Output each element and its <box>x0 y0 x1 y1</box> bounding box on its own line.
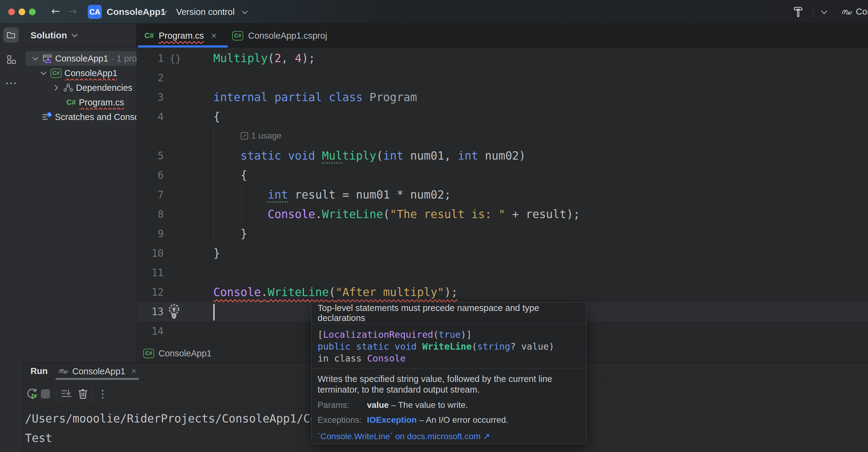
code-segment: WriteLine <box>322 208 383 221</box>
chevron-down-icon[interactable] <box>32 56 39 61</box>
version-control-menu[interactable]: Version control <box>176 7 235 17</box>
console-line: Test <box>25 428 52 448</box>
line-number: 11 <box>136 263 164 283</box>
code-line[interactable]: 5 static void Multiply(int num01, int nu… <box>136 146 868 166</box>
line-number: 2 <box>136 68 164 88</box>
text-caret <box>213 304 215 320</box>
exception-link[interactable]: IOException <box>367 415 416 425</box>
run-panel-title[interactable]: Run <box>30 366 48 376</box>
code-line[interactable]: 3internal partial class Program <box>136 88 868 107</box>
build-options-chevron[interactable] <box>820 9 828 14</box>
tree-item-program-cs[interactable]: C# Program.cs <box>22 95 136 110</box>
code-segment: public static void <box>317 341 422 352</box>
param-name: value <box>367 400 389 410</box>
top-level-statement-marker: {} <box>169 49 181 68</box>
code-segment: Multiply <box>213 52 268 65</box>
external-link-icon: ↗ <box>483 431 490 441</box>
code-line[interactable]: 11 <box>136 263 868 283</box>
scratches-icon <box>41 111 53 123</box>
back-button[interactable]: ← <box>51 5 60 17</box>
breadcrumb-label[interactable]: ConsoleApp1 <box>158 349 212 358</box>
code-editor[interactable]: 1{}Multiply(2, 4);23internal partial cla… <box>136 47 868 344</box>
code-segment <box>213 188 268 201</box>
run-config-icon <box>58 367 69 375</box>
scroll-to-end-button[interactable] <box>60 380 72 408</box>
code-segment: WriteLine <box>268 286 329 299</box>
project-switcher[interactable]: ConsoleApp1 <box>107 7 165 17</box>
stop-button[interactable] <box>41 380 50 408</box>
toolbar-divider <box>813 6 813 18</box>
code-text: } <box>213 244 220 263</box>
close-window-button[interactable] <box>8 8 15 15</box>
dependencies-icon <box>63 83 73 93</box>
exceptions-label: Exceptions: <box>317 415 367 425</box>
title-bar: ← → CA ConsoleApp1 Version control Cons <box>0 0 868 24</box>
project-badge: CA <box>88 5 102 19</box>
code-text: internal partial class Program <box>213 88 417 107</box>
more-options-button[interactable]: ⋮ <box>97 380 108 408</box>
tab-program-cs[interactable]: C# Program.cs × <box>136 24 228 47</box>
code-segment: result = num01 * num02; <box>288 188 451 201</box>
code-line[interactable]: 4{ <box>136 107 868 127</box>
structure-icon <box>6 54 17 65</box>
exception-desc: – An I/O error occurred. <box>419 415 508 425</box>
code-line[interactable]: 9 } <box>136 224 868 244</box>
doc-section: Writes the specified string value, follo… <box>311 369 586 441</box>
rerun-button[interactable] <box>26 380 38 408</box>
code-line[interactable]: 1{}Multiply(2, 4); <box>136 49 868 68</box>
code-line[interactable]: 10} <box>136 244 868 263</box>
close-icon[interactable]: × <box>211 30 217 41</box>
build-hammer-icon[interactable] <box>792 5 805 18</box>
code-segment: Console <box>367 353 406 364</box>
tree-item-scratches[interactable]: Scratches and Consoles <box>22 110 136 124</box>
solution-view-title: Solution <box>30 30 67 40</box>
tree-item-dependencies[interactable]: Dependencies <box>22 80 136 95</box>
code-text: int result = num01 * num02; <box>213 185 451 205</box>
tree-item-suffix: · 1 project <box>111 54 136 64</box>
solution-view-header[interactable]: Solution <box>22 24 136 47</box>
code-segment: "The result is: " <box>390 208 505 221</box>
code-segment: . <box>315 208 322 221</box>
tree-item-solution[interactable]: ConsoleApp1 · 1 project <box>26 51 136 66</box>
tree-item-project[interactable]: C# ConsoleApp1 <box>22 66 136 80</box>
code-line[interactable]: 12Console.WriteLine("After multiply"); <box>136 283 868 302</box>
docs-external-link[interactable]: `Console.WriteLine` on docs.microsoft.co… <box>317 431 580 441</box>
code-line[interactable]: 6 { <box>136 166 868 185</box>
code-line[interactable]: 7 int result = num01 * num02; <box>136 185 868 205</box>
chevron-down-icon <box>241 10 248 14</box>
forward-button[interactable]: → <box>68 5 77 17</box>
documentation-popup: Top-level statements must precede namesp… <box>311 302 587 444</box>
close-icon[interactable]: × <box>131 367 136 376</box>
tree-item-label: Scratches and Consoles <box>55 112 136 122</box>
tab-consoleapp1-csproj[interactable]: C# ConsoleApp1.csproj <box>228 24 329 47</box>
code-segment: Mul <box>322 149 342 162</box>
code-segment: LocalizationRequired <box>323 329 433 340</box>
line-number: 14 <box>136 322 164 341</box>
run-tab-consoleapp1[interactable]: ConsoleApp1 × <box>56 363 139 380</box>
code-text: { <box>213 107 220 127</box>
toolwindow-structure-button[interactable] <box>6 54 17 65</box>
zoom-window-button[interactable] <box>29 8 36 15</box>
code-segment: )] <box>461 329 472 340</box>
run-config-icon <box>841 8 853 17</box>
usages-inlay-hint[interactable]: ↗1 usage <box>241 131 282 141</box>
minimize-window-button[interactable] <box>19 8 25 15</box>
code-segment: } <box>213 227 247 240</box>
window-controls[interactable] <box>8 8 36 15</box>
code-segment: ? value) <box>510 341 554 352</box>
chevron-right-icon[interactable] <box>54 84 59 91</box>
usages-icon: ↗ <box>241 132 248 139</box>
toolwindow-more-button[interactable]: ⋯ <box>6 76 17 90</box>
console-line: /Users/mooolie/RiderProjects/ConsoleApp1… <box>25 409 317 428</box>
clear-console-button[interactable] <box>77 380 89 408</box>
run-config-label[interactable]: ConsoleApp1 <box>856 7 868 17</box>
code-segment: int <box>458 149 478 162</box>
code-line[interactable]: 8 Console.WriteLine("The result is: " + … <box>136 205 868 224</box>
signature-declaration: public static void WriteLine(string? val… <box>317 341 580 352</box>
code-segment: int <box>268 188 288 201</box>
code-line[interactable]: 2 <box>136 68 868 88</box>
chevron-down-icon[interactable] <box>40 71 47 75</box>
intention-lightbulb-button[interactable] <box>167 303 181 320</box>
toolwindow-project-button[interactable] <box>3 27 19 43</box>
tree-item-label: Program.cs <box>79 97 124 107</box>
